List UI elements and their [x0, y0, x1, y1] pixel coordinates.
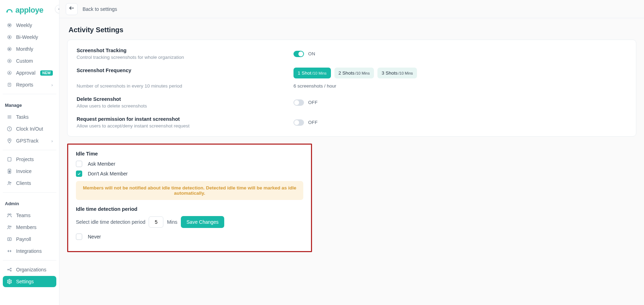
sidebar-item-label: Clock In/Out: [16, 126, 53, 132]
svg-rect-28: [8, 238, 12, 241]
svg-point-0: [7, 11, 8, 13]
brand-logo[interactable]: apploye: [3, 2, 56, 19]
dont-ask-member-label: Don't Ask Member: [88, 171, 128, 176]
screenshot-tracking-state: ON: [308, 51, 315, 56]
svg-rect-19: [8, 158, 11, 161]
sidebar-item-members[interactable]: Members: [3, 222, 56, 233]
svg-text:B: B: [9, 36, 10, 38]
integrations-icon: [6, 248, 13, 254]
sidebar-item-weekly[interactable]: W Weekly: [3, 20, 56, 31]
sidebar-item-integrations[interactable]: Integrations: [3, 245, 56, 257]
ask-member-checkbox[interactable]: [76, 161, 82, 167]
svg-point-23: [10, 182, 11, 183]
sidebar-item-clockinout[interactable]: Clock In/Out: [3, 123, 56, 134]
screenshot-frequency-title: Screenshot Frequency: [77, 68, 283, 73]
svg-point-18: [9, 139, 10, 140]
sidebar-item-projects[interactable]: Projects: [3, 154, 56, 165]
svg-text:W: W: [8, 24, 10, 26]
screenshot-frequency-desc: Number of screenshots in every 10 minute…: [77, 83, 283, 89]
sidebar-item-label: Approval: [16, 70, 37, 76]
sidebar-item-label: Custom: [16, 58, 53, 64]
reports-icon: [6, 82, 13, 88]
main-area: Back to settings Activity Settings Scree…: [59, 0, 644, 305]
arrow-left-icon: [69, 5, 75, 13]
screenshot-frequency-summary: 6 screenshots / hour: [293, 83, 336, 89]
screenshot-frequency-options: 1 Shot /10 Mins 2 Shots /10 Mins 3 Shots…: [293, 68, 417, 78]
activity-settings-card: Screenshot Tracking Control tracking scr…: [67, 40, 636, 137]
svg-point-32: [10, 270, 12, 271]
sidebar-item-payroll[interactable]: Payroll: [3, 234, 56, 245]
chevron-right-icon: ›: [51, 138, 53, 144]
content-scroll[interactable]: Activity Settings Screenshot Tracking Co…: [59, 18, 644, 305]
request-permission-toggle[interactable]: [293, 119, 304, 126]
svg-point-27: [10, 226, 11, 227]
option-sub: /10 Mins: [355, 71, 370, 75]
sidebar-item-biweekly[interactable]: B Bi-Weekly: [3, 32, 56, 43]
screenshot-tracking-desc: Control tracking screenshots for whole o…: [77, 55, 283, 60]
back-label: Back to settings: [83, 6, 117, 12]
monthly-icon: M: [6, 46, 13, 52]
sidebar-item-label: GPSTrack: [16, 138, 48, 144]
svg-point-29: [9, 239, 10, 240]
projects-icon: [6, 156, 13, 162]
clients-icon: [6, 180, 13, 186]
delete-screenshot-toggle[interactable]: [293, 99, 304, 106]
sidebar-item-label: Projects: [16, 157, 53, 162]
sidebar-item-label: Clients: [16, 180, 53, 186]
sidebar-item-label: Invoice: [16, 168, 53, 174]
apploye-mark-icon: [6, 6, 13, 14]
sidebar-item-settings[interactable]: Settings: [3, 276, 56, 287]
svg-text:M: M: [9, 48, 10, 50]
svg-point-25: [10, 214, 11, 215]
never-checkbox[interactable]: [76, 234, 82, 240]
sidebar-item-clients[interactable]: Clients: [3, 178, 56, 189]
nav-group-admin: Admin: [3, 196, 56, 209]
divider: [3, 192, 56, 193]
custom-icon: C: [6, 58, 13, 64]
brand-name: apploye: [15, 6, 43, 15]
divider: [3, 260, 56, 261]
sidebar-item-label: Settings: [16, 279, 53, 284]
sidebar-item-reports[interactable]: Reports ›: [3, 79, 56, 90]
weekly-icon: W: [6, 22, 13, 28]
idle-period-input[interactable]: [149, 216, 163, 228]
request-permission-desc: Allow users to accept/deny instant scree…: [77, 123, 283, 129]
sidebar-item-approval[interactable]: A Approval NEW: [3, 67, 56, 78]
sidebar-item-custom[interactable]: C Custom: [3, 55, 56, 67]
sidebar-item-gpstrack[interactable]: GPSTrack ›: [3, 135, 56, 146]
sidebar-item-label: Weekly: [16, 22, 53, 28]
frequency-option-3shots[interactable]: 3 Shots /10 Mins: [377, 68, 417, 78]
sidebar-item-label: Teams: [16, 213, 53, 218]
sidebar-item-organizations[interactable]: Organizations: [3, 264, 56, 275]
svg-point-24: [8, 214, 9, 215]
delete-screenshot-title: Delete Screenshot: [77, 96, 283, 102]
sidebar-item-monthly[interactable]: M Monthly: [3, 43, 56, 55]
svg-point-22: [8, 181, 10, 183]
delete-screenshot-desc: Allow users to delete screenshots: [77, 103, 283, 109]
save-changes-button[interactable]: Save Changes: [181, 216, 224, 228]
frequency-option-1shot[interactable]: 1 Shot /10 Mins: [293, 68, 331, 78]
option-main: 3 Shots: [382, 70, 398, 76]
frequency-option-2shots[interactable]: 2 Shots /10 Mins: [334, 68, 374, 78]
idle-notice: Members will not be notified about idle …: [76, 181, 303, 200]
sidebar-item-label: Bi-Weekly: [16, 34, 53, 40]
dont-ask-member-checkbox[interactable]: [76, 171, 82, 177]
page-title: Activity Settings: [69, 26, 636, 34]
sidebar-item-tasks[interactable]: Tasks: [3, 111, 56, 123]
gps-icon: [6, 138, 13, 144]
ask-member-label: Ask Member: [88, 161, 115, 167]
gear-icon: [6, 278, 13, 285]
screenshot-tracking-toggle[interactable]: [293, 51, 304, 57]
sidebar-item-label: Members: [16, 224, 53, 230]
payroll-icon: [6, 236, 13, 242]
svg-point-31: [10, 268, 12, 269]
screenshot-tracking-title: Screenshot Tracking: [77, 48, 283, 53]
sidebar-item-label: Monthly: [16, 46, 53, 52]
never-label: Never: [88, 234, 101, 240]
sidebar-item-teams[interactable]: Teams: [3, 210, 56, 221]
idle-time-heading: Idle Time: [76, 151, 303, 157]
request-permission-state: OFF: [308, 120, 318, 125]
sidebar-item-invoice[interactable]: $ Invoice: [3, 166, 56, 177]
divider: [3, 150, 56, 150]
back-button[interactable]: [66, 3, 78, 15]
